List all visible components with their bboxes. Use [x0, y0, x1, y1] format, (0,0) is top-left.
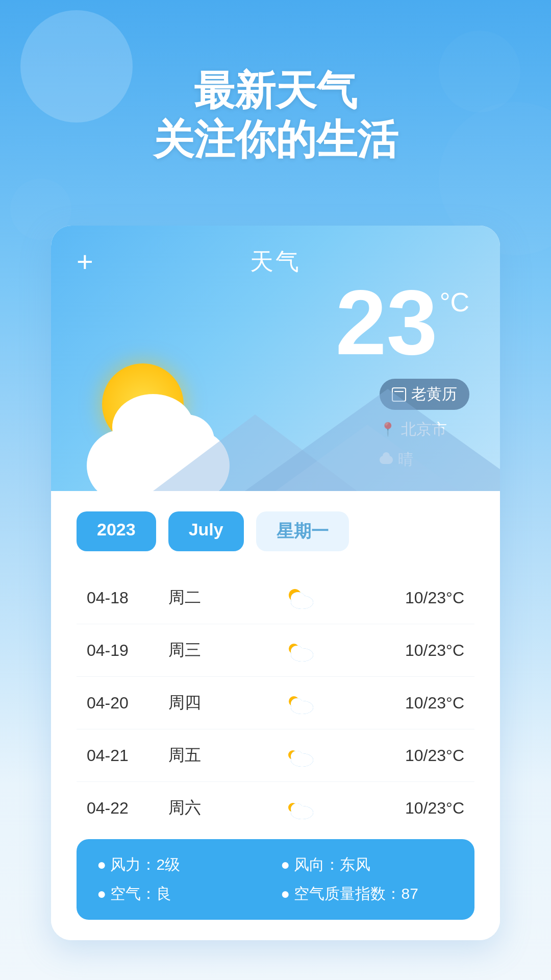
add-button[interactable]: +	[77, 248, 93, 276]
forecast-day: 周二	[168, 586, 230, 609]
temperature-unit: °C	[440, 287, 469, 317]
cloudy-icon	[286, 743, 316, 768]
year-tag[interactable]: 2023	[77, 511, 156, 551]
cloudy-icon	[286, 690, 316, 716]
forecast-row: 04-18 周二 10/23°C	[77, 572, 474, 624]
hero-title: 最新天气 关注你的生活	[153, 66, 398, 164]
forecast-date: 04-20	[87, 694, 168, 713]
mountains-decoration	[51, 414, 500, 491]
forecast-date: 04-18	[87, 589, 168, 607]
forecast-row: 04-22 周六 10/23°C	[77, 782, 474, 834]
svg-point-19	[291, 751, 303, 762]
forecast-date: 04-21	[87, 746, 168, 765]
forecast-temp: 10/23°C	[372, 589, 464, 607]
wind-power-item: ● 风力：2级	[97, 854, 270, 875]
month-tag[interactable]: July	[168, 511, 244, 551]
hero-line2: 关注你的生活	[153, 115, 398, 164]
forecast-temp: 10/23°C	[372, 746, 464, 765]
wind-dir-label: ● 风向：东风	[281, 854, 370, 875]
svg-point-24	[291, 803, 303, 815]
air-label: ● 空气：良	[97, 884, 171, 904]
wind-dir-item: ● 风向：东风	[281, 854, 454, 875]
forecast-row: 04-21 周五 10/23°C	[77, 729, 474, 782]
forecast-temp: 10/23°C	[372, 799, 464, 818]
card-bottom: 2023 July 星期一 04-18 周二	[51, 491, 500, 940]
info-bar: ● 风力：2级 ● 风向：东风 ● 空气：良 ● 空气质量指数：87	[77, 839, 474, 920]
hero-line1: 最新天气	[153, 66, 398, 115]
forecast-day: 周六	[168, 797, 230, 819]
forecast-date: 04-22	[87, 799, 168, 818]
partly-cloudy-icon	[286, 585, 316, 610]
card-title: 天气	[250, 246, 301, 278]
forecast-icon	[230, 743, 372, 768]
forecast-date: 04-19	[87, 641, 168, 660]
forecast-icon	[230, 585, 372, 610]
mountain-3	[276, 425, 459, 491]
forecast-icon	[230, 795, 372, 821]
card-top: + 天气 23 °C 老黄历 📍 北京市 晴	[51, 226, 500, 491]
weather-card: + 天气 23 °C 老黄历 📍 北京市 晴	[51, 226, 500, 940]
forecast-temp: 10/23°C	[372, 694, 464, 713]
forecast-day: 周三	[168, 639, 230, 662]
svg-point-9	[291, 646, 303, 657]
svg-point-14	[291, 698, 303, 709]
air-quality-item: ● 空气：良	[97, 884, 270, 904]
aqi-item: ● 空气质量指数：87	[281, 884, 454, 904]
cloudy-icon	[286, 795, 316, 821]
forecast-icon	[230, 690, 372, 716]
forecast-list: 04-18 周二 10/23°C 04-19	[77, 572, 474, 834]
date-tags: 2023 July 星期一	[77, 511, 474, 551]
forecast-temp: 10/23°C	[372, 641, 464, 660]
forecast-row: 04-20 周四 10/23°C	[77, 677, 474, 729]
weekday-tag[interactable]: 星期一	[256, 511, 349, 551]
forecast-row: 04-19 周三 10/23°C	[77, 624, 474, 677]
forecast-day: 周五	[168, 744, 230, 767]
temperature-display: 23 °C	[335, 277, 469, 369]
forecast-icon	[230, 638, 372, 663]
svg-point-4	[291, 592, 305, 604]
cloudy-icon	[286, 638, 316, 663]
page-content: 最新天气 关注你的生活 + 天气 23 °C 老黄历	[0, 0, 551, 980]
temperature-value: 23	[335, 277, 437, 369]
wind-power-label: ● 风力：2级	[97, 854, 180, 875]
forecast-day: 周四	[168, 692, 230, 714]
aqi-label: ● 空气质量指数：87	[281, 884, 418, 904]
